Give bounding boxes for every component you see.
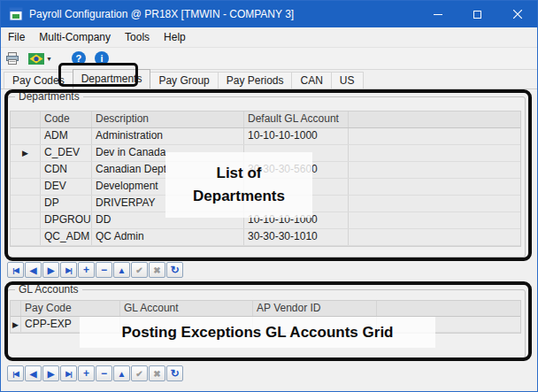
nav-edit-button[interactable]: ▲ xyxy=(113,262,130,278)
nav-edit-button[interactable]: ▲ xyxy=(113,365,130,381)
cell-description: Administration xyxy=(92,128,244,144)
departments-grid-header: Code Description Default GL Account xyxy=(11,111,520,128)
table-row[interactable]: QC_ADM QC Admin 30-30-30-1010 xyxy=(11,229,520,246)
company-flag-icon xyxy=(28,53,44,65)
column-header-ap-vendor-id[interactable]: AP Vendor ID xyxy=(253,301,377,316)
cell-code: C_DEV xyxy=(41,145,92,161)
nav-next-button[interactable]: ▶ xyxy=(42,365,59,381)
printer-icon xyxy=(5,51,19,65)
gl-grid-header: Pay Code GL Account AP Vendor ID xyxy=(11,301,520,317)
tab-us[interactable]: US xyxy=(331,72,364,88)
menu-help[interactable]: Help xyxy=(157,27,193,47)
cell-code: CDN xyxy=(41,162,92,178)
nav-refresh-button[interactable]: ↻ xyxy=(166,262,183,278)
row-indicator xyxy=(11,212,41,228)
print-button[interactable] xyxy=(2,48,23,69)
nav-last-button[interactable]: ▶| xyxy=(60,365,77,381)
nav-post-button[interactable]: ✔ xyxy=(131,262,148,278)
maximize-icon xyxy=(473,11,481,19)
column-header-gl-account[interactable]: GL Account xyxy=(120,301,253,316)
row-indicator xyxy=(11,179,41,195)
nav-first-button[interactable]: |◀ xyxy=(7,262,24,278)
row-indicator xyxy=(11,196,41,211)
column-header-filler xyxy=(349,111,520,127)
cell-code: DP xyxy=(41,196,92,211)
close-icon xyxy=(513,10,522,19)
nav-prior-button[interactable]: ◀ xyxy=(25,365,42,381)
menu-multi-company[interactable]: Multi-Company xyxy=(32,27,118,47)
info-button[interactable]: i xyxy=(91,48,112,69)
row-indicator xyxy=(11,162,41,178)
help-button[interactable]: ? xyxy=(68,48,89,69)
help-icon: ? xyxy=(72,51,86,65)
info-icon: i xyxy=(95,51,109,65)
cell-description: QC Admin xyxy=(92,229,244,245)
column-header-code[interactable]: Code xyxy=(41,111,92,127)
annotation-label-departments: List of Departments xyxy=(165,152,312,218)
nav-first-button[interactable]: |◀ xyxy=(7,365,24,381)
tab-departments[interactable]: Departments xyxy=(73,69,151,88)
gl-accounts-navigator: |◀ ◀ ▶ ▶| + − ▲ ✔ ✖ ↻ xyxy=(7,365,184,381)
nav-cancel-button[interactable]: ✖ xyxy=(149,365,165,381)
cell-default-gl: 30-30-30-1010 xyxy=(244,229,349,245)
cell-code: QC_ADM xyxy=(41,229,92,245)
toolbar: ▼ ? i xyxy=(1,48,537,70)
column-header-filler xyxy=(377,301,520,316)
nav-prior-button[interactable]: ◀ xyxy=(25,262,42,278)
column-header-indicator xyxy=(11,301,21,316)
cell-code: DEV xyxy=(41,179,92,195)
departments-navigator: |◀ ◀ ▶ ▶| + − ▲ ✔ ✖ ↻ xyxy=(7,262,184,278)
departments-caption: Departments xyxy=(15,90,83,103)
menu-tools[interactable]: Tools xyxy=(118,27,157,47)
column-header-default-gl[interactable]: Default GL Account xyxy=(244,111,349,127)
maximize-button[interactable] xyxy=(457,1,497,27)
row-indicator: ▶ xyxy=(11,317,21,332)
row-indicator xyxy=(11,229,41,245)
annotation-label-line1: List of xyxy=(217,162,262,185)
tab-can[interactable]: CAN xyxy=(291,72,331,88)
nav-insert-button[interactable]: + xyxy=(78,262,95,278)
window-controls xyxy=(418,1,537,27)
window-title: Payroll Configuration @ PR18X [TMWIN - C… xyxy=(29,1,294,27)
annotation-label-gl-accounts: Posting Exceptions GL Accounts Grid xyxy=(80,317,435,348)
title-bar: Payroll Configuration @ PR18X [TMWIN - C… xyxy=(1,1,537,27)
nav-cancel-button[interactable]: ✖ xyxy=(149,262,165,278)
tab-strip: Pay Codes Departments Pay Group Pay Peri… xyxy=(4,71,363,88)
gl-accounts-caption: GL Accounts xyxy=(15,283,82,296)
row-indicator xyxy=(11,128,41,144)
menu-bar: File Multi-Company Tools Help xyxy=(1,27,537,48)
row-indicator-icon: ▶ xyxy=(22,149,28,158)
close-button[interactable] xyxy=(497,1,537,27)
annotation-label-text: Posting Exceptions GL Accounts Grid xyxy=(122,324,394,342)
nav-delete-button[interactable]: − xyxy=(96,365,112,381)
row-indicator-icon: ▶ xyxy=(12,320,19,329)
column-header-indicator xyxy=(11,111,41,127)
cell-code: ADM xyxy=(41,128,92,144)
tab-pay-codes[interactable]: Pay Codes xyxy=(4,72,73,88)
nav-refresh-button[interactable]: ↻ xyxy=(166,365,183,381)
row-indicator: ▶ xyxy=(11,145,41,161)
cell-default-gl: 10-10-10-1000 xyxy=(244,128,349,144)
tab-pay-periods[interactable]: Pay Periods xyxy=(218,72,293,88)
column-header-pay-code[interactable]: Pay Code xyxy=(21,301,120,316)
nav-last-button[interactable]: ▶| xyxy=(60,262,77,278)
nav-delete-button[interactable]: − xyxy=(96,262,112,278)
dropdown-caret-icon: ▼ xyxy=(46,56,52,62)
nav-next-button[interactable]: ▶ xyxy=(42,262,59,278)
column-header-description[interactable]: Description xyxy=(92,111,244,127)
menu-file[interactable]: File xyxy=(1,27,32,47)
app-icon xyxy=(9,7,23,21)
nav-post-button[interactable]: ✔ xyxy=(131,365,148,381)
minimize-button[interactable] xyxy=(418,1,457,27)
minimize-icon xyxy=(434,14,442,15)
app-window: Payroll Configuration @ PR18X [TMWIN - C… xyxy=(0,0,538,392)
tab-pay-group[interactable]: Pay Group xyxy=(150,72,218,88)
nav-insert-button[interactable]: + xyxy=(78,365,95,381)
table-row[interactable]: ADM Administration 10-10-10-1000 xyxy=(11,128,520,145)
cell-code: DPGROUP xyxy=(41,212,92,228)
annotation-label-line2: Departments xyxy=(193,185,285,208)
company-select-button[interactable]: ▼ xyxy=(25,48,56,69)
